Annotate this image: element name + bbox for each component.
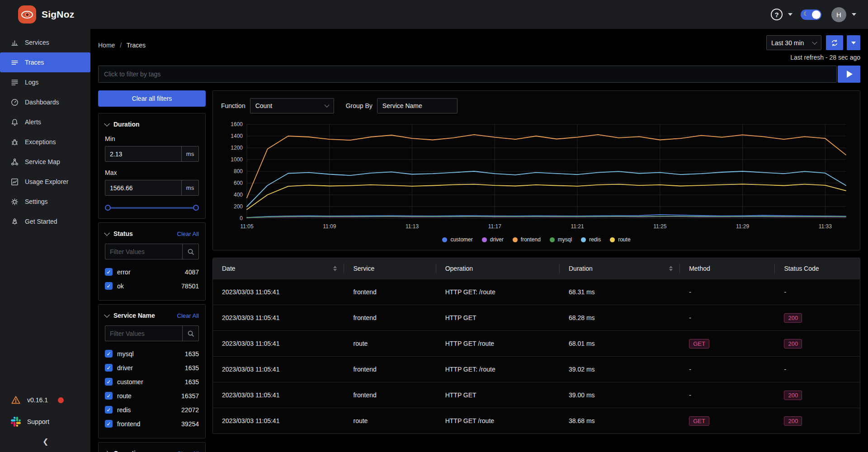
sidebar-item-logs[interactable]: Logs: [0, 72, 90, 92]
table-row[interactable]: 2023/03/03 11:05:41routeHTTP GET /route6…: [213, 330, 860, 356]
sort-icon[interactable]: [669, 266, 673, 271]
filter-option-label[interactable]: frontend: [117, 420, 140, 428]
sidebar-item-alerts[interactable]: Alerts: [0, 112, 90, 132]
table-row[interactable]: 2023/03/03 11:05:41frontendHTTP GET: /ro…: [213, 356, 860, 382]
filter-option-count: 39254: [181, 420, 199, 428]
sidebar-item-service-map[interactable]: Service Map: [0, 152, 90, 172]
filter-option-label[interactable]: ok: [117, 282, 124, 290]
route-checkbox[interactable]: ✓: [105, 392, 113, 400]
tag-filter-input[interactable]: [98, 66, 837, 83]
table-row[interactable]: 2023/03/03 11:05:41frontendHTTP GET: /ro…: [213, 279, 860, 305]
cell-method: GET: [680, 331, 775, 356]
avatar[interactable]: H: [831, 7, 846, 22]
search-icon[interactable]: [182, 326, 198, 341]
support-row[interactable]: Support: [11, 411, 90, 433]
sidebar-collapse-icon[interactable]: ❮: [11, 433, 90, 446]
clear-all-filters-button[interactable]: Clear all filters: [98, 90, 206, 107]
dashboard-icon: [11, 99, 19, 106]
svg-text:1200: 1200: [231, 145, 243, 151]
function-select[interactable]: Count: [250, 98, 334, 113]
chevron-down-icon[interactable]: [104, 312, 110, 318]
frontend-checkbox[interactable]: ✓: [105, 420, 113, 428]
sort-icon[interactable]: [333, 266, 337, 271]
cell-operation: HTTP GET: [436, 382, 560, 408]
chevron-down-icon[interactable]: [104, 121, 110, 127]
run-filter-button[interactable]: [838, 66, 860, 83]
search-icon[interactable]: [182, 244, 198, 259]
legend-item-frontend[interactable]: frontend: [513, 236, 541, 243]
chevron-right-icon[interactable]: [104, 451, 110, 452]
svg-text:200: 200: [234, 203, 243, 210]
cell-method: -: [680, 279, 775, 305]
column-header-date[interactable]: Date: [213, 258, 344, 279]
time-range-select[interactable]: Last 30 min: [766, 35, 821, 50]
sidebar-item-settings[interactable]: Settings: [0, 192, 90, 212]
chevron-down-icon[interactable]: [104, 230, 110, 236]
legend-label: route: [618, 236, 630, 243]
sidebar-item-traces[interactable]: Traces: [0, 52, 90, 72]
function-label: Function: [221, 102, 245, 109]
version-row[interactable]: v0.16.1: [11, 389, 90, 411]
group-by-select[interactable]: Service Name: [377, 98, 458, 113]
cell-date: 2023/03/03 11:05:41: [213, 408, 344, 433]
ok-checkbox[interactable]: ✓: [105, 282, 113, 290]
chart-legend: customerdriverfrontendmysqlredisroute: [221, 236, 852, 243]
sidebar-item-services[interactable]: Services: [0, 33, 90, 52]
error-checkbox[interactable]: ✓: [105, 268, 113, 276]
refresh-button[interactable]: [826, 35, 843, 50]
sidebar-item-usage-explorer[interactable]: Usage Explorer: [0, 172, 90, 192]
filter-option-label[interactable]: customer: [117, 378, 143, 386]
min-unit: ms: [181, 146, 198, 161]
service-name-clear-all-link[interactable]: Clear All: [177, 312, 199, 319]
breadcrumb-home[interactable]: Home: [98, 42, 115, 49]
min-label: Min: [105, 135, 199, 142]
sidebar: ServicesTracesLogsDashboardsAlertsExcept…: [0, 29, 90, 452]
column-header-duration[interactable]: Duration: [560, 258, 680, 279]
user-menu-caret-icon[interactable]: [852, 13, 856, 16]
help-caret-icon[interactable]: [788, 13, 793, 16]
legend-item-driver[interactable]: driver: [482, 236, 504, 243]
filter-option-row: ✓redis22072: [105, 403, 199, 417]
duration-max-input[interactable]: [105, 180, 181, 195]
legend-dot: [482, 237, 487, 242]
service-name-filter-input[interactable]: [105, 326, 182, 341]
cell-operation: HTTP GET: /route: [436, 279, 560, 305]
slider-handle-max[interactable]: [193, 205, 199, 211]
help-icon[interactable]: ?: [771, 9, 783, 20]
slider-handle-min[interactable]: [105, 205, 111, 211]
filter-option-label[interactable]: mysql: [117, 350, 134, 358]
mysql-checkbox[interactable]: ✓: [105, 350, 113, 358]
dark-mode-toggle[interactable]: ☾: [801, 9, 821, 20]
cell-method-badge: GET: [689, 339, 709, 348]
sidebar-item-dashboards[interactable]: Dashboards: [0, 92, 90, 112]
svg-text:11:09: 11:09: [323, 223, 336, 230]
legend-item-redis[interactable]: redis: [581, 236, 601, 243]
legend-item-route[interactable]: route: [610, 236, 630, 243]
operation-clear-all-link[interactable]: Clear All: [177, 450, 199, 452]
filter-option-label[interactable]: route: [117, 392, 132, 400]
sidebar-item-label: Settings: [25, 198, 48, 205]
table-row[interactable]: 2023/03/03 11:05:41frontendHTTP GET68.28…: [213, 305, 860, 330]
customer-checkbox[interactable]: ✓: [105, 378, 113, 386]
filter-option-label[interactable]: error: [117, 268, 131, 276]
redis-checkbox[interactable]: ✓: [105, 406, 113, 414]
legend-item-customer[interactable]: customer: [442, 236, 472, 243]
filter-option-label[interactable]: redis: [117, 406, 131, 414]
refresh-options-button[interactable]: [847, 35, 860, 50]
status-clear-all-link[interactable]: Clear All: [177, 231, 199, 237]
duration-min-input[interactable]: [105, 146, 181, 161]
table-row[interactable]: 2023/03/03 11:05:41routeHTTP GET /route3…: [213, 408, 860, 433]
cell-method-badge: GET: [689, 416, 709, 426]
status-filter-input[interactable]: [105, 244, 182, 259]
sidebar-item-get-started[interactable]: Get Started: [0, 212, 90, 231]
sidebar-item-label: Alerts: [25, 118, 41, 126]
brand-name: SigNoz: [42, 9, 74, 20]
table-row[interactable]: 2023/03/03 11:05:41frontendHTTP GET39.00…: [213, 382, 860, 408]
filter-option-label[interactable]: driver: [117, 364, 133, 372]
filter-option-row: ✓ok78501: [105, 279, 199, 293]
status-title: Status: [113, 230, 133, 237]
legend-item-mysql[interactable]: mysql: [550, 236, 572, 243]
sidebar-item-exceptions[interactable]: Exceptions: [0, 132, 90, 152]
duration-slider[interactable]: [105, 205, 199, 211]
driver-checkbox[interactable]: ✓: [105, 364, 113, 372]
